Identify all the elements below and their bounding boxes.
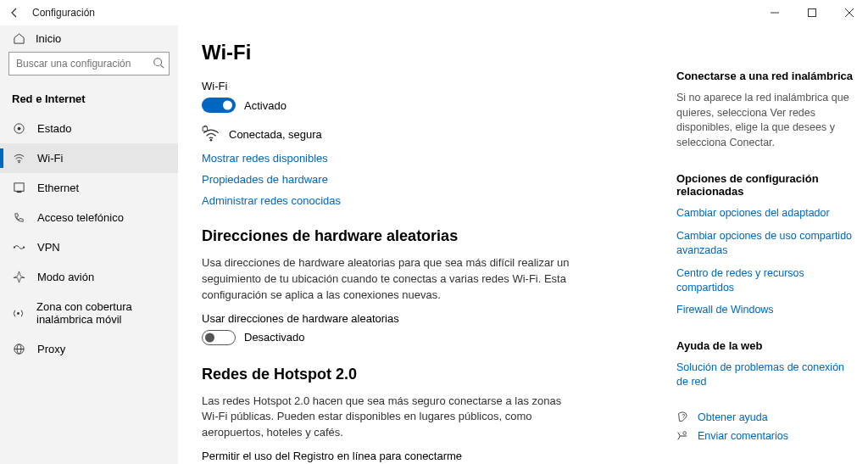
vpn-icon [12,241,25,254]
sidebar-item-hotspot[interactable]: Zona con cobertura inalámbrica móvil [0,292,178,334]
home-icon [12,32,25,45]
svg-rect-1 [809,9,816,17]
svg-point-13 [17,312,19,315]
random-hw-toggle-state: Desactivado [244,331,305,344]
svg-point-11 [13,246,14,248]
window-title: Configuración [32,7,95,19]
maximize-button[interactable] [793,0,831,25]
sidebar-item-label: VPN [37,241,60,254]
sidebar: Inicio Red e Internet Estado Wi-Fi Ether… [0,25,178,464]
feedback-icon [676,430,689,442]
firewall-link[interactable]: Firewall de Windows [676,303,854,317]
related-heading: Opciones de configuración relacionadas [676,172,854,198]
titlebar: Configuración [0,0,868,25]
wifi-icon [12,152,25,165]
sidebar-item-label: Wi-Fi [37,152,63,165]
random-hw-toggle-label: Usar direcciones de hardware aleatorias [202,312,659,325]
dialup-icon [12,211,25,224]
sidebar-item-label: Zona con cobertura inalámbrica móvil [36,300,166,326]
hotspot-icon [12,307,25,320]
random-hw-toggle[interactable] [202,330,236,345]
svg-point-20 [683,432,687,435]
search-input-wrap [8,52,170,75]
network-center-link[interactable]: Centro de redes y recursos compartidos [676,266,854,295]
ethernet-icon [12,182,25,194]
hotspot-desc: Las redes Hotspot 2.0 hacen que sea más … [202,394,575,442]
search-input[interactable] [8,52,170,75]
home-button[interactable]: Inicio [0,27,178,52]
hotspot-toggle-label: Permitir el uso del Registro en línea pa… [202,450,659,462]
svg-rect-9 [14,183,23,191]
sidebar-item-label: Acceso telefónico [37,211,124,224]
get-help-link[interactable]: ? Obtener ayuda [676,411,854,423]
svg-point-17 [210,139,213,142]
sidebar-item-dialup[interactable]: Acceso telefónico [0,203,178,232]
sidebar-item-estado[interactable]: Estado [0,114,178,143]
show-networks-link[interactable]: Mostrar redes disponibles [202,152,659,165]
sidebar-item-airplane[interactable]: Modo avión [0,262,178,292]
random-hw-heading: Direcciones de hardware aleatorias [202,227,659,245]
sidebar-item-label: Proxy [37,343,65,355]
search-icon [153,57,164,69]
hotspot-heading: Redes de Hotspot 2.0 [202,366,659,383]
close-button[interactable] [831,0,868,25]
wifi-secure-icon [202,125,220,143]
svg-line-5 [161,65,164,69]
feedback-link[interactable]: Enviar comentarios [676,430,854,442]
back-button[interactable] [8,7,20,19]
hardware-properties-link[interactable]: Propiedades de hardware [202,173,659,186]
wifi-toggle[interactable] [202,98,236,113]
sharing-options-link[interactable]: Cambiar opciones de uso compartido avanz… [676,229,854,258]
feedback-label: Enviar comentarios [698,430,788,442]
help-icon: ? [676,411,689,423]
sidebar-section-label: Red e Internet [0,82,178,114]
connection-status: Conectada, segura [229,128,322,141]
minimize-button[interactable] [756,0,793,25]
svg-point-8 [18,161,19,163]
get-help-label: Obtener ayuda [698,411,768,423]
adapter-options-link[interactable]: Cambiar opciones del adaptador [676,206,854,221]
sidebar-item-wifi[interactable]: Wi-Fi [0,143,178,173]
wifi-toggle-state: Activado [244,99,287,112]
airplane-icon [12,271,25,283]
svg-point-4 [154,59,162,66]
random-hw-desc: Usa direcciones de hardware aleatorias p… [202,255,575,304]
svg-rect-10 [16,191,21,193]
status-icon [12,122,25,135]
proxy-icon [12,343,25,355]
svg-point-12 [23,246,25,248]
page-title: Wi-Fi [202,41,659,64]
sidebar-item-ethernet[interactable]: Ethernet [0,173,178,203]
known-networks-link[interactable]: Administrar redes conocidas [202,194,659,207]
connect-heading: Conectarse a una red inalámbrica [676,70,854,82]
sidebar-item-vpn[interactable]: VPN [0,232,178,262]
svg-point-7 [17,127,20,131]
sidebar-item-label: Ethernet [37,182,79,194]
sidebar-item-label: Modo avión [37,271,94,283]
connect-text: Si no aparece la red inalámbrica que qui… [676,91,854,150]
sidebar-item-label: Estado [37,122,71,135]
sidebar-item-proxy[interactable]: Proxy [0,334,178,364]
svg-text:?: ? [682,413,685,419]
webhelp-heading: Ayuda de la web [676,339,854,352]
troubleshoot-link[interactable]: Solución de problemas de conexión de red [676,361,854,389]
right-pane: Conectarse a una red inalámbrica Si no a… [676,41,854,464]
home-label: Inicio [36,32,61,45]
wifi-toggle-label: Wi-Fi [202,80,659,92]
